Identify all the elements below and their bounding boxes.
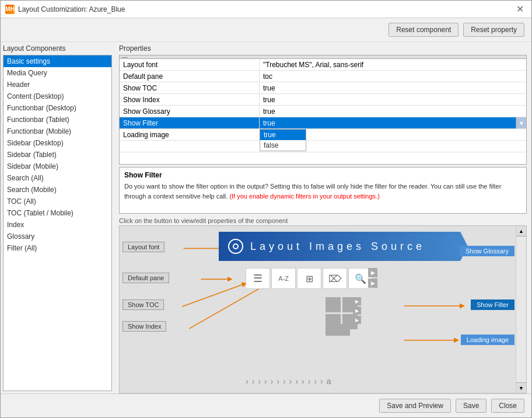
list-item-sidebar-mobile[interactable]: Sidebar (Mobile): [4, 161, 111, 172]
label-loading-image: Loading image: [461, 335, 514, 345]
svg-line-3: [189, 286, 263, 329]
list-item-content-desktop[interactable]: Content (Desktop): [4, 90, 111, 102]
banner-inner-circle: [233, 243, 239, 249]
dropdown-option-true[interactable]: true: [260, 130, 306, 140]
list-item-toc-tablet-mobile[interactable]: TOC (Tablet / Mobile): [4, 207, 111, 219]
scrollbar-down-button[interactable]: ▼: [516, 382, 526, 393]
dropdown-option-false[interactable]: false: [260, 140, 306, 151]
preview-section: Layout Images Source ☰ A-Z ⊞ ⌦ 🔍: [119, 225, 527, 393]
prop-name-layout-font: Layout font: [120, 59, 260, 70]
reset-property-button[interactable]: Reset property: [463, 23, 524, 37]
list-item-search-mobile[interactable]: Search (Mobile): [4, 184, 111, 196]
prop-row-empty2: [120, 152, 526, 164]
right-section: Properties — Layout font "Trebuchet MS",…: [114, 42, 531, 393]
label-show-index: Show Index: [123, 321, 166, 332]
list-item-filter-all[interactable]: Filter (All): [4, 242, 111, 254]
list-item-basic-settings[interactable]: Basic settings: [4, 55, 111, 67]
list-item-functionbar-desktop[interactable]: Functionbar (Desktop): [4, 102, 111, 114]
prop-row-show-index[interactable]: Show Index true: [120, 94, 526, 106]
prop-value-show-glossary: true: [260, 106, 526, 117]
label-default-pane: Default pane: [123, 273, 169, 283]
list-item-functionbar-mobile[interactable]: Functionbar (Mobile): [4, 126, 111, 137]
pattern-chevron-3: ›: [258, 377, 261, 386]
list-item-index[interactable]: Index: [4, 219, 111, 231]
description-red-text: (If you enable dynamic filters in your o…: [229, 193, 379, 200]
window-title: Layout Customization: Azure_Blue: [18, 5, 513, 13]
pattern-chevron-10: ›: [302, 377, 304, 386]
list-item-media-query[interactable]: Media Query: [4, 67, 111, 79]
loading-sidebar-arrows: ▶ ▶ ▶: [353, 297, 361, 324]
save-preview-button[interactable]: Save and Preview: [379, 399, 451, 413]
toc-toolbar-icon: ☰: [246, 268, 270, 289]
prop-row-loading-image[interactable]: Loading image true: [120, 129, 526, 141]
save-button[interactable]: Save: [456, 399, 487, 413]
list-item-header[interactable]: Header: [4, 79, 111, 90]
properties-section: Properties — Layout font "Trebuchet MS",…: [114, 42, 531, 216]
loading-arrow-2: ▶: [353, 306, 361, 315]
pattern-chevron-11: ›: [308, 377, 311, 386]
sidebar-arrow-1: ▶: [368, 268, 377, 277]
list-item-functionbar-tablet[interactable]: Functionbar (Tablet): [4, 114, 111, 126]
prop-value-show-toc: true: [260, 82, 526, 93]
pattern-chevron-8: ›: [289, 377, 292, 386]
preview-scrollbar[interactable]: ▲ ▼: [516, 226, 526, 393]
prop-value-show-filter[interactable]: true ▾ true false: [260, 117, 526, 128]
label-show-glossary: Show Glossary: [460, 246, 514, 256]
pattern-chevron-9: ›: [295, 377, 298, 386]
pattern-chevron-12: ›: [314, 377, 317, 386]
preview-bottom-pattern: › › › › › › › › › › › › › a: [246, 377, 514, 386]
loading-arrow-3: ▶: [353, 316, 361, 324]
main-window: MH Layout Customization: Azure_Blue ✕ Re…: [0, 0, 532, 418]
prop-name-default-pane: Default pane: [120, 71, 260, 82]
az-toolbar-icon: A-Z: [271, 268, 296, 289]
top-toolbar: Reset component Reset property: [1, 18, 531, 42]
reset-component-button[interactable]: Reset component: [388, 23, 459, 37]
label-show-toc: Show TOC: [123, 299, 164, 310]
prop-name-show-index: Show Index: [120, 94, 260, 105]
close-button[interactable]: Close: [491, 399, 524, 413]
show-filter-dropdown[interactable]: true false: [260, 129, 306, 151]
scrollbar-track: [516, 236, 526, 382]
prop-row-default-pane[interactable]: Default pane toc: [120, 71, 526, 82]
prop-row-show-filter[interactable]: Show Filter true ▾ true false: [120, 117, 526, 129]
preview-banner: Layout Images Source: [219, 232, 468, 261]
list-item-sidebar-desktop[interactable]: Sidebar (Desktop): [4, 137, 111, 149]
description-text: Do you want to show the filter option in…: [124, 182, 522, 201]
label-show-filter: Show Filter: [471, 299, 514, 310]
layout-components-label: Layout Components: [3, 44, 112, 53]
layout-toolbar-icon: ⊞: [297, 268, 321, 289]
pattern-chevron-1: ›: [246, 377, 249, 386]
left-panel: Layout Components Basic settings Media Q…: [1, 42, 114, 393]
loading-arrow-1: ▶: [353, 297, 361, 305]
banner-circle-icon: [228, 239, 243, 254]
prop-row-empty1: [120, 141, 526, 152]
prop-value-default-pane: toc: [260, 71, 526, 82]
loading-block-1: [326, 297, 341, 312]
properties-label: Properties: [119, 44, 527, 53]
prop-value-show-index: true: [260, 94, 526, 105]
component-list[interactable]: Basic settings Media Query Header Conten…: [3, 55, 112, 391]
pattern-a: a: [327, 377, 331, 386]
title-bar: MH Layout Customization: Azure_Blue ✕: [1, 1, 531, 18]
dropdown-arrow-icon[interactable]: ▾: [516, 117, 526, 128]
list-item-toc-all[interactable]: TOC (All): [4, 196, 111, 207]
preview-sidebar-arrows: ▶ ▶: [368, 268, 377, 288]
prop-value-layout-font: "Trebuchet MS", Arial, sans-serif: [260, 59, 526, 70]
prop-name-show-filter: Show Filter: [120, 117, 260, 128]
bottom-toolbar: Save and Preview Save Close: [1, 393, 531, 417]
prop-show-filter-value: true: [263, 119, 275, 127]
pattern-chevron-4: ›: [264, 377, 267, 386]
prop-row-show-glossary[interactable]: Show Glossary true: [120, 106, 526, 117]
list-item-search-all[interactable]: Search (All): [4, 172, 111, 184]
prop-row-layout-font[interactable]: Layout font "Trebuchet MS", Arial, sans-…: [120, 59, 526, 71]
list-item-glossary[interactable]: Glossary: [4, 231, 111, 242]
description-title: Show Filter: [124, 171, 522, 179]
prop-row-show-toc[interactable]: Show TOC true: [120, 82, 526, 94]
list-item-sidebar-tablet[interactable]: Sidebar (Tablet): [4, 149, 111, 161]
pattern-chevron-5: ›: [271, 377, 274, 386]
prop-name-show-toc: Show TOC: [120, 82, 260, 93]
scrollbar-up-button[interactable]: ▲: [516, 226, 526, 236]
prop-name-loading-image: Loading image: [120, 129, 260, 140]
close-icon[interactable]: ✕: [513, 2, 527, 16]
description-box: Show Filter Do you want to show the filt…: [119, 167, 527, 214]
